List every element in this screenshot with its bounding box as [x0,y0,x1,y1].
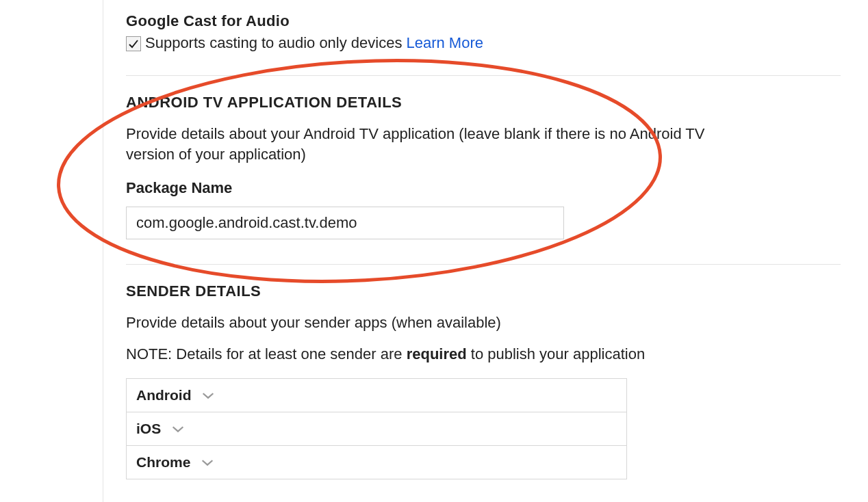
sidebar-divider [103,0,103,502]
sender-accordion: Android iOS Chrome [126,378,627,479]
sender-note-prefix: NOTE: Details for at least one sender ar… [126,345,407,362]
sender-accordion-chrome[interactable]: Chrome [127,445,626,479]
chevron-down-icon [170,424,186,434]
sender-description: Provide details about your sender apps (… [126,313,722,333]
section-cast-audio: Google Cast for Audio Supports casting t… [126,0,841,75]
chevron-down-icon [200,458,215,467]
supports-audio-label: Supports casting to audio only devices [145,34,402,52]
sender-platform-label: Android [136,387,191,404]
android-tv-description: Provide details about your Android TV ap… [126,124,722,164]
sender-platform-label: iOS [136,421,161,437]
sender-note-bold: required [407,345,467,362]
sender-heading: SENDER DETAILS [126,282,841,300]
cast-audio-heading: Google Cast for Audio [126,12,841,30]
sender-accordion-android[interactable]: Android [127,379,626,412]
main-content: Google Cast for Audio Supports casting t… [126,0,868,502]
check-icon [128,38,139,49]
sender-accordion-ios[interactable]: iOS [127,412,626,445]
sender-note-suffix: to publish your application [467,345,646,362]
section-sender-details: SENDER DETAILS Provide details about you… [126,265,841,493]
sender-platform-label: Chrome [136,454,190,471]
section-android-tv: ANDROID TV APPLICATION DETAILS Provide d… [126,76,841,253]
android-tv-heading: ANDROID TV APPLICATION DETAILS [126,94,841,111]
package-name-input[interactable] [126,207,564,239]
package-name-label: Package Name [126,179,841,197]
chevron-down-icon [201,391,216,400]
sender-note: NOTE: Details for at least one sender ar… [126,345,841,363]
supports-audio-checkbox[interactable] [126,36,141,51]
learn-more-link[interactable]: Learn More [406,34,483,52]
